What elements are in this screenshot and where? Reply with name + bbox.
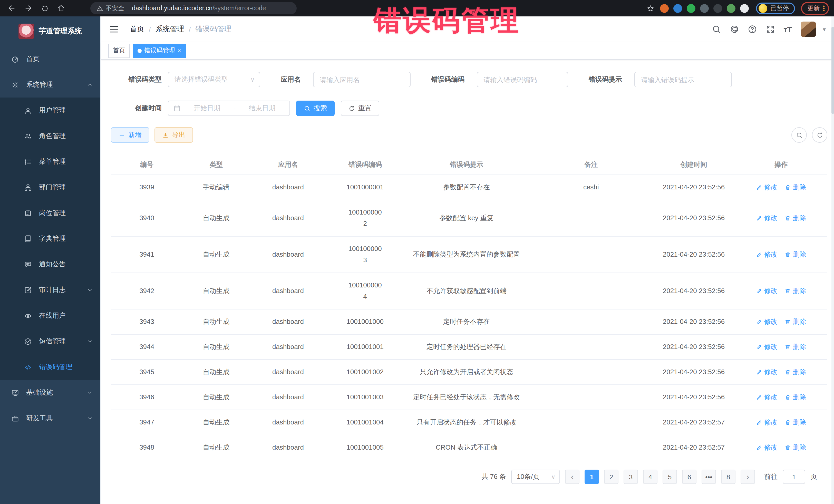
column-header-hint: 错误码提示	[404, 155, 529, 175]
edit-link[interactable]: 修改	[756, 341, 777, 353]
extension-icon[interactable]	[740, 4, 749, 13]
extension-icon[interactable]	[700, 4, 709, 13]
page-button[interactable]: 2	[604, 469, 618, 484]
breadcrumb-home[interactable]: 首页	[130, 25, 144, 34]
delete-link[interactable]: 删除	[785, 249, 806, 260]
user-avatar[interactable]	[800, 22, 816, 37]
date-range-picker[interactable]: 开始日期 - 结束日期	[168, 101, 290, 116]
app-name-input[interactable]	[313, 72, 410, 87]
avatar-caret-down-icon[interactable]: ▼	[822, 26, 827, 32]
page-button[interactable]: 4	[643, 469, 657, 484]
delete-link[interactable]: 删除	[785, 367, 806, 378]
edit-icon	[756, 369, 762, 375]
sidebar-item[interactable]: 岗位管理	[0, 200, 100, 226]
edit-link[interactable]: 修改	[756, 249, 777, 260]
header-search-icon[interactable]	[711, 25, 721, 34]
sidebar-item[interactable]: 审计日志	[0, 277, 100, 303]
tag-close-icon[interactable]: ×	[178, 47, 181, 53]
next-page-button[interactable]: ›	[741, 469, 755, 484]
browser-profile-chip[interactable]: 已暂停	[756, 2, 795, 14]
edit-link[interactable]: 修改	[756, 417, 777, 428]
font-size-icon[interactable]: тT	[784, 25, 792, 33]
browser-reload-icon[interactable]	[38, 3, 51, 14]
browser-menu-icon[interactable]: •••	[823, 5, 825, 11]
delete-link[interactable]: 删除	[785, 316, 806, 327]
delete-link[interactable]: 删除	[785, 392, 806, 403]
page-button[interactable]: 8	[721, 469, 736, 484]
edit-link[interactable]: 修改	[756, 285, 777, 297]
error-type-select[interactable]: 请选择错误码类型∨	[168, 72, 260, 87]
browser-home-icon[interactable]	[54, 3, 68, 14]
sidebar-item[interactable]: 部门管理	[0, 175, 100, 200]
sidebar-item[interactable]: 用户管理	[0, 97, 100, 123]
cell-id: 3945	[111, 359, 183, 385]
goto-page-input[interactable]	[783, 469, 805, 484]
page-button[interactable]: 6	[682, 469, 697, 484]
edit-link[interactable]: 修改	[756, 392, 777, 403]
refresh-table-button[interactable]	[812, 127, 827, 143]
help-icon[interactable]	[748, 25, 757, 34]
search-button[interactable]: 搜索	[296, 101, 335, 116]
scrollbar-thumb[interactable]	[831, 27, 834, 114]
edit-link[interactable]: 修改	[756, 442, 777, 453]
bookmark-star-icon[interactable]	[643, 3, 657, 14]
delete-link[interactable]: 删除	[785, 213, 806, 224]
edit-icon	[756, 251, 762, 258]
sidebar-item[interactable]: 菜单管理	[0, 149, 100, 175]
tag-error-code[interactable]: 错误码管理 ×	[133, 43, 186, 58]
sidebar-item[interactable]: 字典管理	[0, 226, 100, 251]
page-scrollbar[interactable]	[831, 17, 834, 504]
delete-link[interactable]: 删除	[785, 285, 806, 297]
browser-back-icon[interactable]	[5, 3, 19, 14]
toggle-search-button[interactable]	[791, 127, 807, 143]
edit-link[interactable]: 修改	[756, 182, 777, 193]
sidebar-item[interactable]: 通知公告	[0, 251, 100, 277]
cell-hint: 定时任务不存在	[404, 309, 529, 334]
add-button[interactable]: 新增	[111, 127, 149, 143]
sidebar-item[interactable]: 短信管理	[0, 328, 100, 354]
sidebar-item[interactable]: 错误码管理	[0, 354, 100, 380]
github-icon[interactable]	[729, 25, 739, 34]
app-logo-row[interactable]: 芋道管理系统	[0, 17, 100, 46]
extension-icon[interactable]	[714, 4, 722, 13]
export-button[interactable]: 导出	[154, 127, 193, 143]
hamburger-icon[interactable]	[108, 24, 119, 35]
browser-forward-icon[interactable]	[22, 3, 35, 14]
address-bar[interactable]: 不安全 dashboard.yudao.iocoder.cn/system/er…	[90, 2, 297, 14]
edit-link[interactable]: 修改	[756, 213, 777, 224]
trash-icon	[785, 444, 791, 451]
error-code-input[interactable]	[477, 72, 568, 87]
tag-home[interactable]: 首页	[108, 43, 130, 58]
extension-icon[interactable]	[660, 4, 669, 13]
page-size-select[interactable]: 10条/页∨	[511, 469, 560, 484]
error-hint-input[interactable]	[635, 72, 731, 87]
security-indicator[interactable]: 不安全	[96, 4, 124, 13]
extension-icon[interactable]	[727, 4, 736, 13]
browser-update-button[interactable]: 更新 •••	[801, 2, 829, 15]
delete-link[interactable]: 删除	[785, 442, 806, 453]
page-button[interactable]: 1	[585, 469, 599, 484]
cell-remark	[529, 410, 653, 435]
page-button[interactable]: 3	[623, 469, 638, 484]
fullscreen-icon[interactable]	[766, 25, 775, 34]
sidebar-item[interactable]: 在线用户	[0, 303, 100, 328]
sidebar-item[interactable]: 研发工具	[0, 406, 100, 431]
page-button[interactable]: •••	[702, 469, 716, 484]
reset-button[interactable]: 重置	[341, 101, 379, 116]
edit-link[interactable]: 修改	[756, 316, 777, 327]
delete-link[interactable]: 删除	[785, 182, 806, 193]
sidebar-item[interactable]: 基础设施	[0, 380, 100, 406]
sidebar-item[interactable]: 角色管理	[0, 123, 100, 149]
extension-icon[interactable]	[687, 4, 696, 13]
breadcrumb-system[interactable]: 系统管理	[155, 25, 184, 34]
page-button[interactable]: 5	[663, 469, 677, 484]
column-header-type: 类型	[183, 155, 249, 175]
prev-page-button[interactable]: ‹	[565, 469, 579, 484]
sidebar-item-label: 通知公告	[39, 260, 93, 269]
delete-link[interactable]: 删除	[785, 341, 806, 353]
sidebar-item[interactable]: 首页	[0, 46, 100, 72]
delete-link[interactable]: 删除	[785, 417, 806, 428]
edit-link[interactable]: 修改	[756, 367, 777, 378]
extension-icon[interactable]	[673, 4, 682, 13]
sidebar-item[interactable]: 系统管理	[0, 72, 100, 97]
